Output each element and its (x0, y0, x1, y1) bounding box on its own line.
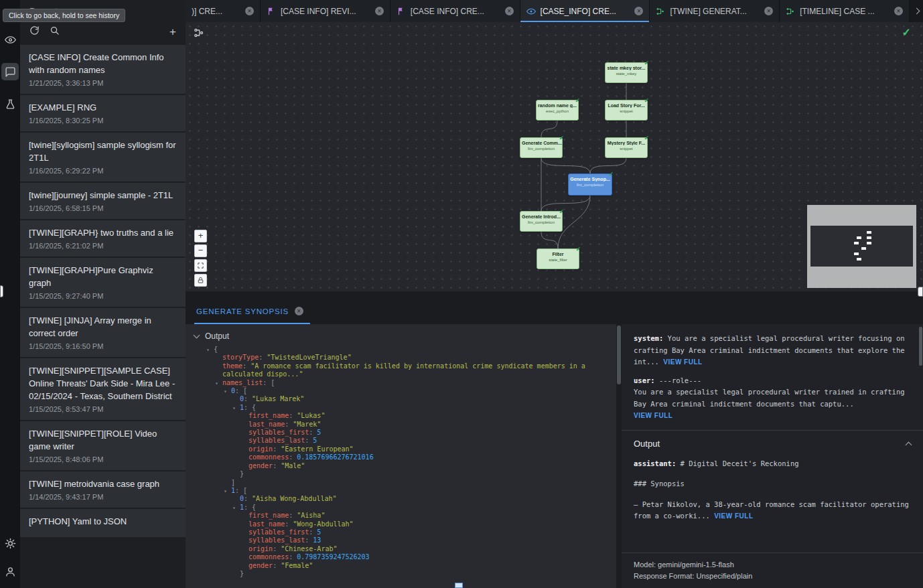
zoom-out-button[interactable]: − (194, 244, 207, 257)
list-item[interactable]: [twine][syllogism] sample syllogism for … (20, 133, 186, 181)
graph-node[interactable]: Generate Comm... llm_completion ✓ (520, 137, 563, 158)
user-label: user: (634, 376, 655, 384)
minimap-node (857, 258, 861, 261)
lock-button[interactable] (194, 274, 207, 287)
close-icon[interactable]: × (245, 7, 254, 15)
list-item[interactable]: [TWINE][SNIPPET][SAMPLE CASE] Online Thr… (20, 358, 186, 420)
json-line: first_name: "Aisha" (194, 512, 610, 520)
eye-sidebar-icon[interactable] (1, 31, 19, 48)
graph-layout-icon[interactable] (194, 27, 204, 41)
tab-label: [CASE INFO] REVI... (281, 7, 356, 16)
view-full-link[interactable]: VIEW FULL (663, 358, 702, 366)
graph-node[interactable]: state mkey stor... state_mkey ✓ (605, 62, 648, 83)
json-line: ▾1: [ (194, 487, 610, 495)
zoom-in-button[interactable]: + (194, 230, 207, 242)
prompt-timestamp: 1/21/2025, 3:36:13 PM (29, 79, 177, 87)
check-icon: ✓ (644, 135, 649, 141)
graph-node[interactable]: Generate Introd... llm_completion ✓ (520, 211, 563, 232)
assistant-label: assistant: (634, 459, 676, 467)
graph-node[interactable]: random name g... exec_python ✓ (536, 100, 579, 121)
prompt-title: [PYTHON] Yaml to JSON (29, 515, 177, 528)
tabs-scroll-right-button[interactable] (910, 0, 923, 22)
json-line: ▾{ (194, 346, 610, 354)
close-icon[interactable]: × (764, 7, 773, 15)
list-item[interactable]: [TWINE][GRAPH]Pure Graphviz graph 1/15/2… (20, 258, 186, 307)
list-item[interactable]: [TWINE][GRAPH} two truths and a lie 1/16… (20, 220, 186, 256)
node-title: Mystery Style F... (606, 141, 647, 145)
node-type: llm_completion (520, 147, 562, 151)
editor-tab[interactable]: [TIMELINE] CASE ... × (780, 0, 910, 22)
prompts-sidebar-icon[interactable] (1, 63, 19, 80)
check-icon: ✓ (644, 97, 649, 104)
chevron-down-icon (194, 332, 200, 339)
tab-generate-synopsis[interactable]: GENERATE SYNOPSIS × (194, 307, 310, 324)
prompt-title: [twine][journey] simple sample - 2T1L (29, 189, 177, 202)
model-info-footer: Model: gemini/gemini-1.5-flash Response … (622, 553, 923, 588)
eye-icon (526, 7, 536, 16)
json-line: } (194, 470, 610, 478)
json-tree: ▾{storyType: "TwistedLoveTriangle"theme:… (194, 346, 610, 578)
close-icon[interactable]: × (295, 307, 303, 315)
scrollbar-thumb[interactable] (617, 325, 621, 384)
json-line: 0: "Aisha Wong-Abdullah" (194, 495, 610, 503)
resize-handle-right[interactable] (918, 287, 923, 297)
user-text: You are a specialist legal procedural wr… (634, 386, 911, 410)
editor-tab[interactable]: [CASE INFO] CRE... × (390, 0, 520, 22)
app-window: Prompts + [CASE INFO] Create Common Info… (0, 0, 923, 588)
resize-handle-bottom[interactable] (455, 583, 463, 588)
output-section-header[interactable]: Output (634, 439, 911, 449)
tab-bar: )] CRE... × [CASE INFO] REVI... × [CASE … (186, 0, 923, 22)
node-title: state mkey stor... (606, 66, 647, 70)
graph-node[interactable]: Load Story For... snippet ✓ (605, 100, 648, 121)
node-title: Load Story For... (606, 103, 647, 108)
list-item[interactable]: [TWINE][SNIPPET][ROLE] Video game writer… (20, 421, 186, 470)
view-full-link[interactable]: VIEW FULL (714, 512, 753, 520)
add-prompt-button[interactable]: + (169, 27, 176, 37)
list-item[interactable]: [TWINE] metroidvania case graph 1/14/202… (20, 471, 186, 508)
editor-tab[interactable]: [TWINE] GENERAT... × (650, 0, 780, 22)
gear-icon[interactable] (1, 534, 19, 552)
fit-view-button[interactable] (194, 259, 207, 272)
close-icon[interactable]: × (634, 7, 643, 15)
list-item[interactable]: [TWINE] [JINJA] Array merge in correct o… (20, 308, 186, 357)
account-icon[interactable] (1, 563, 19, 580)
close-icon[interactable]: × (375, 7, 384, 15)
flag-icon (267, 7, 276, 16)
json-line: ▾0: [ (194, 387, 610, 395)
editor-tab[interactable]: [CASE_INFO] CRE... × (520, 0, 650, 22)
view-full-link[interactable]: VIEW FULL (634, 412, 672, 419)
list-item[interactable]: [EXAMPLE] RNG 1/16/2025, 8:30:25 PM (20, 95, 186, 131)
scrollbar-thumb[interactable] (919, 327, 922, 366)
scrollbar[interactable] (616, 324, 622, 588)
list-item[interactable]: [twine][journey] simple sample - 2T1L 1/… (20, 183, 186, 219)
model-info: Model: gemini/gemini-1.5-flash (634, 559, 911, 571)
graph-node[interactable]: Mystery Style F... snippet ✓ (605, 137, 648, 158)
editor-tab[interactable]: [CASE INFO] REVI... × (261, 0, 390, 22)
json-line: syllables_first: 5 (194, 528, 610, 536)
flow-icon (786, 7, 795, 16)
prompt-timestamp: 1/15/2025, 9:16:50 PM (29, 342, 177, 350)
close-icon[interactable]: × (894, 7, 903, 15)
search-icon[interactable] (50, 25, 60, 38)
json-line: gender: "Male" (194, 462, 610, 470)
close-icon[interactable]: × (505, 7, 514, 15)
output-collapse-row[interactable]: Output (194, 332, 610, 341)
list-item[interactable]: [PYTHON] Yaml to JSON (20, 509, 186, 537)
node-title: Generate Synop... (569, 177, 612, 181)
minimap[interactable] (807, 205, 916, 288)
json-line: } (194, 570, 610, 578)
node-type: snippet (606, 109, 647, 113)
prompt-timestamp: 1/15/2025, 8:48:06 PM (29, 455, 177, 463)
flask-sidebar-icon[interactable] (1, 95, 19, 113)
prompt-timestamp: 1/16/2025, 6:58:15 PM (29, 204, 177, 212)
editor-tab[interactable]: )] CRE... × (186, 0, 261, 22)
check-icon: ✓ (575, 97, 580, 104)
flow-canvas[interactable]: ✓ state mkey stor... state_mkey ✓ random… (186, 22, 923, 291)
graph-node[interactable]: Filter state_filter ✓ (537, 248, 579, 269)
resize-handle-left[interactable] (0, 285, 3, 297)
refresh-icon[interactable] (29, 25, 40, 38)
json-line: origin: "Chinese-Arab" (194, 545, 610, 553)
graph-node[interactable]: Generate Synop... llm_completion ✓ (568, 173, 612, 196)
prompt-title: [twine][syllogism] sample syllogism for … (29, 139, 177, 164)
list-item[interactable]: [CASE INFO] Create Common Info with rand… (20, 45, 186, 94)
